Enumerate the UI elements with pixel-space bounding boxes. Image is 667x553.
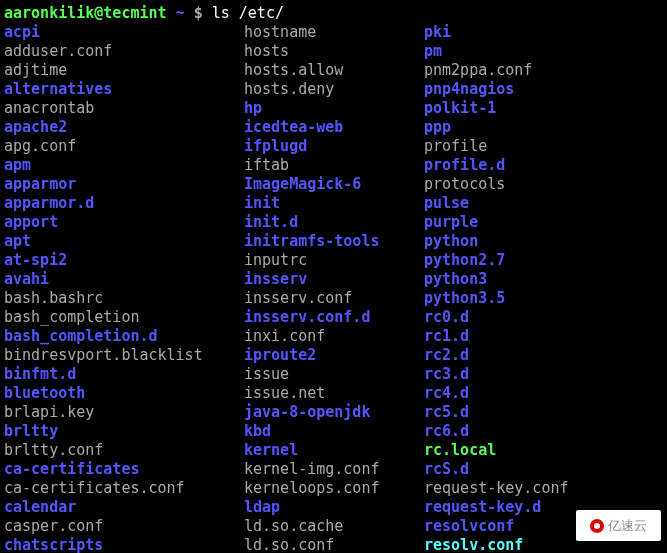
ls-entry: python bbox=[424, 232, 663, 251]
ls-entry: calendar bbox=[4, 498, 244, 517]
ls-entry: profile bbox=[424, 137, 663, 156]
prompt-command[interactable]: ls /etc/ bbox=[212, 4, 284, 22]
ls-entry: brltty bbox=[4, 422, 244, 441]
ls-entry: pki bbox=[424, 23, 663, 42]
ls-entry: pnm2ppa.conf bbox=[424, 61, 663, 80]
ls-entry: insserv bbox=[244, 270, 424, 289]
prompt-line: aaronkilik@tecmint ~ $ ls /etc/ bbox=[4, 4, 663, 23]
ls-entry: avahi bbox=[4, 270, 244, 289]
ls-entry: rc.local bbox=[424, 441, 663, 460]
ls-entry: apg.conf bbox=[4, 137, 244, 156]
ls-entry: init.d bbox=[244, 213, 424, 232]
ls-entry: alternatives bbox=[4, 80, 244, 99]
ls-entry: chatscripts bbox=[4, 536, 244, 553]
ls-entry: ifplugd bbox=[244, 137, 424, 156]
ls-entry: request-key.conf bbox=[424, 479, 663, 498]
ls-entry: hp bbox=[244, 99, 424, 118]
ls-entry: rc5.d bbox=[424, 403, 663, 422]
ls-entry: protocols bbox=[424, 175, 663, 194]
ls-entry: kbd bbox=[244, 422, 424, 441]
ls-entry: adjtime bbox=[4, 61, 244, 80]
ls-entry: insserv.conf.d bbox=[244, 308, 424, 327]
ls-entry: hosts bbox=[244, 42, 424, 61]
ls-column-2: hostnamehostshosts.allowhosts.denyhpiced… bbox=[244, 23, 424, 553]
ls-entry: binfmt.d bbox=[4, 365, 244, 384]
ls-entry: polkit-1 bbox=[424, 99, 663, 118]
prompt-dollar: $ bbox=[194, 4, 203, 22]
ls-entry: python3 bbox=[424, 270, 663, 289]
prompt-user: aaronkilik@tecmint bbox=[4, 4, 167, 22]
watermark: 亿速云 bbox=[576, 510, 661, 541]
ls-entry: java-8-openjdk bbox=[244, 403, 424, 422]
ls-entry: pnp4nagios bbox=[424, 80, 663, 99]
ls-entry: rc6.d bbox=[424, 422, 663, 441]
ls-output: acpiadduser.confadjtimealternativesanacr… bbox=[4, 23, 663, 553]
ls-entry: hostname bbox=[244, 23, 424, 42]
ls-entry: anacrontab bbox=[4, 99, 244, 118]
ls-entry: acpi bbox=[4, 23, 244, 42]
ls-entry: insserv.conf bbox=[244, 289, 424, 308]
ls-entry: ca-certificates bbox=[4, 460, 244, 479]
ls-entry: inxi.conf bbox=[244, 327, 424, 346]
ls-entry: kernel-img.conf bbox=[244, 460, 424, 479]
ls-entry: bindresvport.blacklist bbox=[4, 346, 244, 365]
watermark-text: 亿速云 bbox=[608, 516, 647, 535]
ls-entry: apt bbox=[4, 232, 244, 251]
ls-entry: hosts.allow bbox=[244, 61, 424, 80]
ls-entry: bash_completion.d bbox=[4, 327, 244, 346]
ls-entry: pulse bbox=[424, 194, 663, 213]
ls-entry: ca-certificates.conf bbox=[4, 479, 244, 498]
ls-entry: ld.so.cache bbox=[244, 517, 424, 536]
ls-entry: hosts.deny bbox=[244, 80, 424, 99]
ls-entry: issue bbox=[244, 365, 424, 384]
watermark-icon bbox=[590, 519, 604, 533]
ls-entry: rc2.d bbox=[424, 346, 663, 365]
ls-entry: ld.so.conf bbox=[244, 536, 424, 553]
ls-entry: apport bbox=[4, 213, 244, 232]
ls-entry: brlapi.key bbox=[4, 403, 244, 422]
ls-entry: issue.net bbox=[244, 384, 424, 403]
ls-entry: rcS.d bbox=[424, 460, 663, 479]
ls-entry: ppp bbox=[424, 118, 663, 137]
ls-entry: at-spi2 bbox=[4, 251, 244, 270]
ls-column-3: pkipmpnm2ppa.confpnp4nagiospolkit-1ppppr… bbox=[424, 23, 663, 553]
ls-entry: iproute2 bbox=[244, 346, 424, 365]
ls-entry: purple bbox=[424, 213, 663, 232]
ls-entry: iftab bbox=[244, 156, 424, 175]
ls-entry: init bbox=[244, 194, 424, 213]
ls-entry: bluetooth bbox=[4, 384, 244, 403]
ls-entry: bash_completion bbox=[4, 308, 244, 327]
ls-column-1: acpiadduser.confadjtimealternativesanacr… bbox=[4, 23, 244, 553]
ls-entry: bash.bashrc bbox=[4, 289, 244, 308]
ls-entry: profile.d bbox=[424, 156, 663, 175]
ls-entry: inputrc bbox=[244, 251, 424, 270]
ls-entry: apparmor bbox=[4, 175, 244, 194]
ls-entry: apm bbox=[4, 156, 244, 175]
ls-entry: rc0.d bbox=[424, 308, 663, 327]
ls-entry: ImageMagick-6 bbox=[244, 175, 424, 194]
ls-entry: apache2 bbox=[4, 118, 244, 137]
ls-entry: pm bbox=[424, 42, 663, 61]
ls-entry: python2.7 bbox=[424, 251, 663, 270]
ls-entry: ldap bbox=[244, 498, 424, 517]
ls-entry: apparmor.d bbox=[4, 194, 244, 213]
ls-entry: adduser.conf bbox=[4, 42, 244, 61]
prompt-cwd: ~ bbox=[176, 4, 185, 22]
ls-entry: brltty.conf bbox=[4, 441, 244, 460]
ls-entry: rc1.d bbox=[424, 327, 663, 346]
ls-entry: python3.5 bbox=[424, 289, 663, 308]
ls-entry: rc3.d bbox=[424, 365, 663, 384]
ls-entry: casper.conf bbox=[4, 517, 244, 536]
ls-entry: icedtea-web bbox=[244, 118, 424, 137]
ls-entry: kerneloops.conf bbox=[244, 479, 424, 498]
ls-entry: rc4.d bbox=[424, 384, 663, 403]
ls-entry: kernel bbox=[244, 441, 424, 460]
ls-entry: initramfs-tools bbox=[244, 232, 424, 251]
